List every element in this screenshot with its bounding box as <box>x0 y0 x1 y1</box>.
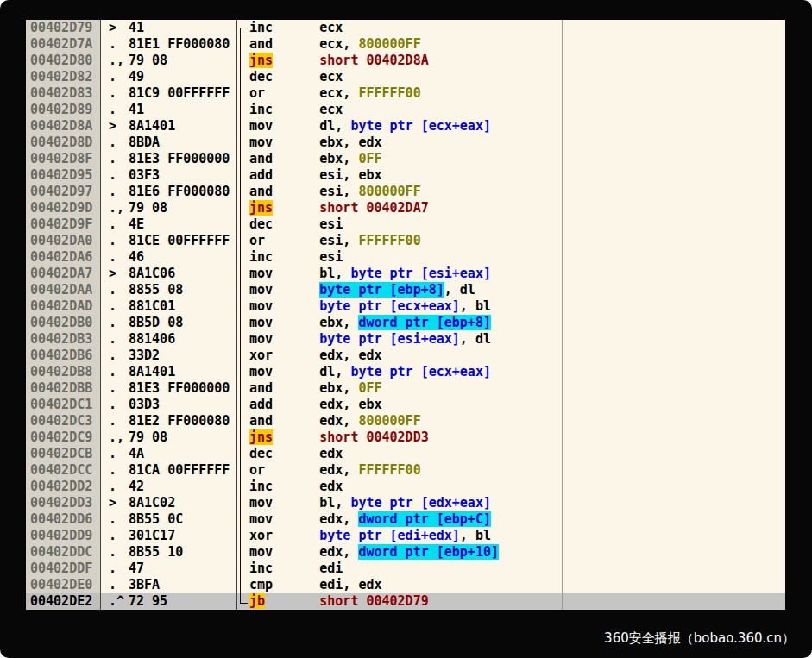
disasm-row[interactable]: 00402D83.81C9 00FFFFFFor ecx, FFFFFF00 <box>26 85 785 102</box>
address-cell: 00402DB0 <box>26 315 101 331</box>
address-cell: 00402D97 <box>26 184 101 200</box>
disasm-row[interactable]: 00402D8D.8BDAmov ebx, edx <box>26 135 785 151</box>
flow-flag-cell: . <box>101 348 127 364</box>
instruction-cell: and edx, 800000FF <box>237 413 563 429</box>
instr-token: , dl <box>460 331 491 347</box>
instruction-cell: add edx, ebx <box>237 397 563 413</box>
disasm-row[interactable]: 00402DC9.,79 08jns short 00402DD3 <box>26 429 785 446</box>
disasm-row[interactable]: 00402DAD.881C01mov byte ptr [ecx+eax], b… <box>26 298 785 315</box>
disasm-row[interactable]: 00402DDC.8B55 10mov edx, dword ptr [ebp+… <box>26 544 785 561</box>
instruction-cell: inc esi <box>237 249 563 266</box>
address-cell: 00402DCC <box>26 462 101 479</box>
hex-dump-cell: 8855 08 <box>127 282 237 298</box>
flow-flag-cell: . <box>101 364 127 380</box>
instr-token: mov dl, <box>249 364 350 379</box>
instr-token: or ecx, <box>249 85 358 101</box>
hex-dump-cell: 03D3 <box>127 397 237 413</box>
disasm-row[interactable]: 00402D8A>8A1401mov dl, byte ptr [ecx+eax… <box>26 118 785 135</box>
disasm-row[interactable]: 00402D9F.4Edec esi <box>26 216 785 233</box>
instruction-cell: dec ecx <box>237 69 563 85</box>
comment-cell <box>563 511 785 528</box>
disassembly-pane[interactable]: 00402D79>41inc ecx00402D7A.81E1 FF000080… <box>26 20 785 610</box>
disasm-row[interactable]: 00402D82.49dec ecx <box>26 69 785 85</box>
disasm-row[interactable]: 00402DC3.81E2 FF000080and edx, 800000FF <box>26 413 785 429</box>
instr-token: , bl <box>460 298 491 314</box>
flow-flag-cell: . <box>101 216 127 233</box>
disasm-row[interactable]: 00402DAA.8855 08mov byte ptr [ebp+8], dl <box>26 282 785 298</box>
disasm-row[interactable]: 00402D9D.,79 08jns short 00402DA7 <box>26 200 785 216</box>
instr-token: and ecx, <box>249 36 358 52</box>
comment-cell <box>563 69 785 85</box>
instr-token: 800000FF <box>358 36 420 52</box>
comment-cell <box>563 315 785 331</box>
instr-token: dec ecx <box>249 69 343 85</box>
hex-dump-cell: 3BFA <box>127 577 237 593</box>
instruction-cell: and ebx, 0FF <box>237 151 563 167</box>
hex-dump-cell: 4E <box>127 216 237 233</box>
disasm-row[interactable]: 00402DB0.8B5D 08mov ebx, dword ptr [ebp+… <box>26 315 785 331</box>
instr-token: dword ptr [ebp+10] <box>358 544 499 560</box>
disasm-row[interactable]: 00402DC1.03D3add edx, ebx <box>26 397 785 413</box>
disasm-row[interactable]: 00402DDF.47inc edi <box>26 561 785 577</box>
instruction-cell: mov byte ptr [esi+eax], dl <box>237 331 563 348</box>
instr-token: short 00402DD3 <box>319 429 428 445</box>
instruction-cell: inc ecx <box>237 20 563 36</box>
hex-dump-cell: 81CA 00FFFFFF <box>127 462 237 479</box>
instruction-cell: inc edx <box>237 479 563 495</box>
flow-flag-cell: . <box>101 167 127 184</box>
comment-cell <box>563 462 785 479</box>
instr-token: xor <box>249 528 319 543</box>
disasm-row[interactable]: 00402DA7>8A1C06mov bl, byte ptr [esi+eax… <box>26 266 785 282</box>
instr-token: xor edx, edx <box>249 348 382 363</box>
instr-token: dec edx <box>249 446 343 461</box>
instruction-cell: inc ecx <box>237 102 563 118</box>
address-cell: 00402DD9 <box>26 528 101 544</box>
disasm-row[interactable]: 00402DD9.301C17xor byte ptr [edi+edx], b… <box>26 528 785 544</box>
disasm-row[interactable]: 00402D7A.81E1 FF000080and ecx, 800000FF <box>26 36 785 53</box>
instr-token: , dl <box>444 282 475 298</box>
instr-token <box>273 429 319 445</box>
address-cell: 00402DB8 <box>26 364 101 380</box>
hex-dump-cell: 8B5D 08 <box>127 315 237 331</box>
disasm-row[interactable]: 00402D95.03F3add esi, ebx <box>26 167 785 184</box>
instruction-cell: mov byte ptr [ebp+8], dl <box>237 282 563 298</box>
disasm-row[interactable]: 00402D97.81E6 FF000080and esi, 800000FF <box>26 184 785 200</box>
disasm-row[interactable]: 00402DD2.42inc edx <box>26 479 785 495</box>
hex-dump-cell: 03F3 <box>127 167 237 184</box>
address-cell: 00402DD6 <box>26 511 101 528</box>
disasm-row[interactable]: 00402DE2.^72 95jb short 00402D79 <box>26 593 785 610</box>
instr-token: and ebx, <box>249 151 358 166</box>
disasm-row[interactable]: 00402DE0.3BFAcmp edi, edx <box>26 577 785 593</box>
flow-flag-cell: . <box>101 380 127 397</box>
hex-dump-cell: 81E6 FF000080 <box>127 184 237 200</box>
instr-token: dword ptr [ebp+C] <box>358 511 491 527</box>
disasm-row[interactable]: 00402DCC.81CA 00FFFFFFor edx, FFFFFF00 <box>26 462 785 479</box>
flow-flag-cell: .^ <box>101 593 127 610</box>
disasm-row[interactable]: 00402D89.41inc ecx <box>26 102 785 118</box>
disasm-row[interactable]: 00402D80.,79 08jns short 00402D8A <box>26 53 785 69</box>
instr-token: jb <box>249 593 265 609</box>
jump-path-bracket <box>240 28 248 604</box>
hex-dump-cell: 81E3 FF000000 <box>127 380 237 397</box>
disasm-row[interactable]: 00402DB6.33D2xor edx, edx <box>26 348 785 364</box>
disasm-row[interactable]: 00402DD3>8A1C02mov bl, byte ptr [edx+eax… <box>26 495 785 511</box>
disasm-row[interactable]: 00402DA0.81CE 00FFFFFFor esi, FFFFFF00 <box>26 233 785 249</box>
instr-token: FFFFFF00 <box>358 233 420 248</box>
disasm-row[interactable]: 00402D8F.81E3 FF000000and ebx, 0FF <box>26 151 785 167</box>
disasm-row[interactable]: 00402DB8.8A1401mov dl, byte ptr [ecx+eax… <box>26 364 785 380</box>
address-cell: 00402DE2 <box>26 593 101 610</box>
hex-dump-cell: 8A1C06 <box>127 266 237 282</box>
disasm-row[interactable]: 00402DB3.881406mov byte ptr [esi+eax], d… <box>26 331 785 348</box>
disasm-row[interactable]: 00402DCB.4Adec edx <box>26 446 785 462</box>
disasm-row[interactable]: 00402DA6.46inc esi <box>26 249 785 266</box>
disasm-row[interactable]: 00402D79>41inc ecx <box>26 20 785 36</box>
instr-token: , bl <box>460 528 491 543</box>
disasm-row[interactable]: 00402DD6.8B55 0Cmov edx, dword ptr [ebp+… <box>26 511 785 528</box>
flow-flag-cell: . <box>101 331 127 348</box>
instr-token: dword ptr [ebp+8] <box>358 315 491 330</box>
instr-token: mov dl, <box>249 118 350 134</box>
disasm-row[interactable]: 00402DBB.81E3 FF000000and ebx, 0FF <box>26 380 785 397</box>
address-cell: 00402D8D <box>26 135 101 151</box>
instruction-cell: and esi, 800000FF <box>237 184 563 200</box>
address-cell: 00402D79 <box>26 20 101 36</box>
